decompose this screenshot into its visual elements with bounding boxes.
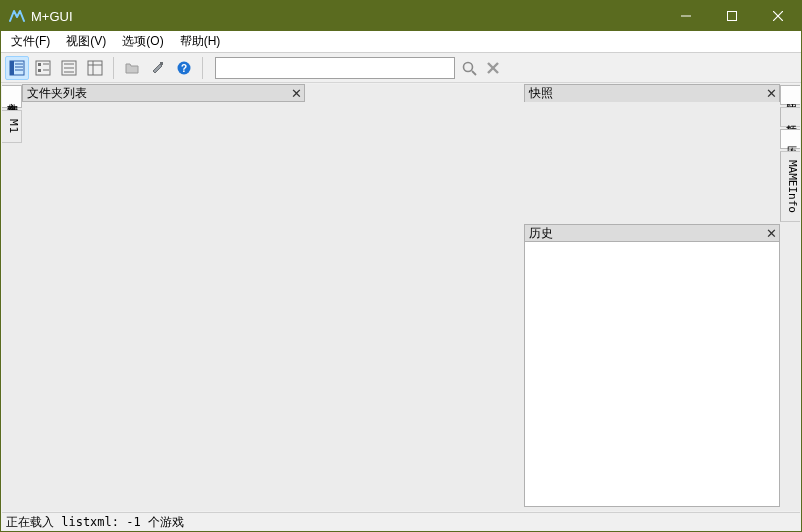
minimize-button[interactable] (663, 1, 709, 31)
toolbar-separator (113, 57, 114, 79)
pane-snapshot-title: 快照 (529, 85, 763, 102)
app-icon (9, 8, 25, 24)
tab-history[interactable]: 历史 (780, 129, 800, 149)
menu-view-label: 视图(V) (66, 34, 106, 48)
svg-rect-18 (88, 61, 102, 75)
menu-help[interactable]: 帮助(H) (172, 31, 229, 52)
titlebar: M+GUI (1, 1, 801, 31)
menu-view[interactable]: 视图(V) (58, 31, 114, 52)
tab-mameinfo[interactable]: MAMEInfo (780, 151, 800, 222)
toolbar: ? (1, 53, 801, 83)
svg-rect-5 (10, 61, 14, 75)
close-icon[interactable]: ✕ (763, 225, 779, 241)
svg-rect-1 (728, 12, 737, 21)
view-small-icons-button[interactable] (31, 56, 55, 80)
tab-title-image[interactable]: 标题 (780, 107, 800, 127)
menu-help-label: 帮助(H) (180, 34, 221, 48)
pane-snapshot: 快照 ✕ (524, 84, 780, 222)
right-sidebar-tabs: 快照 标题 历史 MAMEInfo (780, 85, 800, 511)
view-list-button[interactable] (57, 56, 81, 80)
view-large-icons-button[interactable] (5, 56, 29, 80)
svg-line-25 (472, 71, 476, 75)
menu-options-label: 选项(O) (122, 34, 163, 48)
tab-snapshot[interactable]: 快照 (780, 85, 800, 105)
tab-history-label: 历史 (786, 138, 798, 140)
close-icon[interactable]: ✕ (763, 86, 779, 102)
search-input[interactable] (215, 57, 455, 79)
window-title: M+GUI (31, 9, 73, 24)
tab-mameinfo-label: MAMEInfo (786, 160, 799, 213)
pane-folder-list: 文件夹列表 ✕ (22, 84, 305, 102)
pane-snapshot-header[interactable]: 快照 ✕ (524, 84, 780, 102)
left-sidebar-tabs: 文件夹列表 M1 (2, 85, 22, 511)
svg-text:?: ? (181, 63, 187, 74)
pane-history-title: 历史 (529, 225, 763, 242)
menu-options[interactable]: 选项(O) (114, 31, 171, 52)
pane-snapshot-body (524, 102, 780, 222)
status-bar: 正在载入 listxml: -1 个游戏 (2, 512, 800, 530)
menu-file-label: 文件(F) (11, 34, 50, 48)
pane-folder-list-title: 文件夹列表 (27, 85, 288, 102)
close-icon[interactable]: ✕ (288, 85, 304, 101)
svg-point-24 (464, 62, 473, 71)
tab-m1[interactable]: M1 (2, 110, 22, 143)
workspace: 文件夹列表 M1 快照 标题 历史 MAMEInfo 文件夹列表 ✕ 快照 ✕ (2, 84, 800, 511)
pane-history: 历史 ✕ (524, 224, 780, 507)
tab-folders-label: 文件夹列表 (7, 94, 19, 99)
view-details-button[interactable] (83, 56, 107, 80)
svg-rect-11 (38, 69, 41, 72)
window-controls (663, 1, 801, 31)
search-icon[interactable] (459, 58, 479, 78)
maximize-button[interactable] (709, 1, 755, 31)
settings-button[interactable] (146, 56, 170, 80)
tab-m1-label: M1 (7, 119, 20, 134)
toolbar-separator (202, 57, 203, 79)
close-button[interactable] (755, 1, 801, 31)
status-text: 正在载入 listxml: -1 个游戏 (6, 515, 184, 529)
svg-rect-10 (38, 63, 41, 66)
pane-history-header[interactable]: 历史 ✕ (524, 224, 780, 242)
open-folder-button[interactable] (120, 56, 144, 80)
tab-folders[interactable]: 文件夹列表 (2, 85, 22, 108)
about-button[interactable]: ? (172, 56, 196, 80)
clear-search-icon[interactable] (483, 58, 503, 78)
pane-folder-list-header[interactable]: 文件夹列表 ✕ (22, 84, 305, 102)
menu-file[interactable]: 文件(F) (3, 31, 58, 52)
tab-title-image-label: 标题 (786, 116, 798, 118)
pane-history-body (524, 242, 780, 507)
menubar: 文件(F) 视图(V) 选项(O) 帮助(H) (1, 31, 801, 53)
svg-rect-21 (160, 62, 163, 65)
tab-snapshot-label: 快照 (786, 94, 798, 96)
